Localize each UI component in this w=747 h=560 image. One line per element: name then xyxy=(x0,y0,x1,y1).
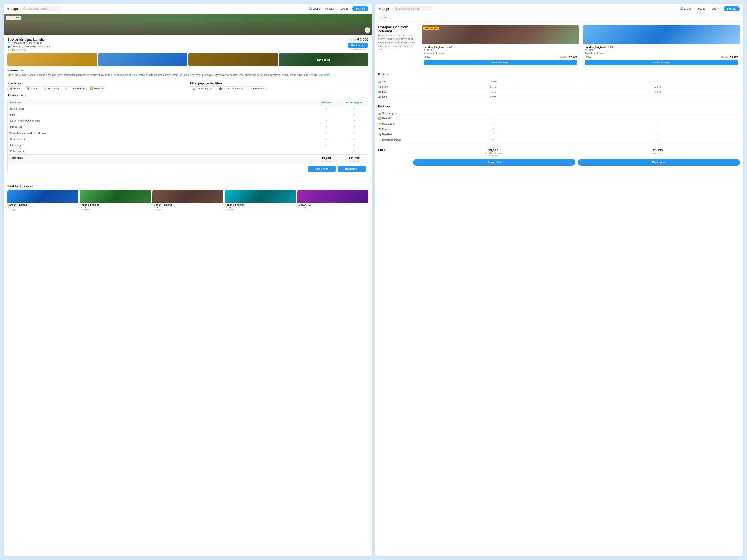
plat-price-footer: ₹11,499 *per person xyxy=(340,155,368,164)
right-back-btn[interactable]: ← Back xyxy=(378,16,390,20)
plan-section: All about trip Facilities Basic plan Pla… xyxy=(7,94,368,174)
comp-book-btn-2[interactable]: Book now! xyxy=(578,159,740,166)
row-label: Hand sanitizer xyxy=(8,136,312,142)
heart-icon: ♡ xyxy=(366,29,368,32)
logo-dot xyxy=(7,8,9,9)
dest-info-2: Landon, England ★ 3.6 JK flights xyxy=(80,203,151,212)
comp-hotel-name-1: Landon, England ★ 4.9 xyxy=(424,46,577,49)
plat-check: ✓ xyxy=(340,130,368,136)
fac-row: 🍳 Breakfast ✓ ✓ xyxy=(378,132,740,137)
comp-view-btn-1[interactable]: View Bookings xyxy=(424,60,577,65)
comp-hotel-meta-2: 4 members 2 rooms xyxy=(585,52,738,54)
price-label: Price xyxy=(378,149,411,152)
right-lang[interactable]: 🌐 English xyxy=(680,7,692,10)
breakfast-label: 🍳 Breakfast xyxy=(378,133,411,136)
fun-facts-title: Fun facts xyxy=(7,81,186,85)
right-logo: Logo xyxy=(379,7,389,10)
hotel-info: Tower Bridge, Landon 📍 57 road, near lan… xyxy=(7,37,50,51)
basic-check: ✓ xyxy=(312,136,340,142)
hero-image: ← ← Back ♡ xyxy=(4,14,372,35)
basic-check: ✓ xyxy=(312,130,340,136)
comp-price-row-2: Prices ₹13,460 ₹8,299 xyxy=(585,55,738,58)
photo-1[interactable] xyxy=(7,53,97,66)
photo-3[interactable] xyxy=(188,53,278,66)
wifi-label: 📶 Free wifi xyxy=(378,117,411,120)
globe-icon: 🌐 xyxy=(309,7,312,10)
comp-view-btn-2[interactable]: View Bookings xyxy=(585,60,738,65)
fac-row: 📶 Free wifi ✓ xyxy=(378,116,740,121)
row-label: Free toiletries xyxy=(8,106,312,112)
left-panel: Logo 🔍 Search for landon 🌐 English Popul… xyxy=(4,4,372,556)
hotel-rating: ★ 4.9 (254 people) xyxy=(7,49,50,51)
favorite-btn[interactable]: ♡ xyxy=(365,27,370,33)
dest-card-4[interactable]: Landon, England ★ 4.5 JK flights xyxy=(225,190,296,212)
left-popular-link[interactable]: Popular xyxy=(324,7,336,10)
right-popular-link[interactable]: Popular xyxy=(695,7,707,10)
comp-price-section: Price ₹9,999 *Including all taxes *per p… xyxy=(378,146,740,166)
bus-val1: 4 time xyxy=(411,90,575,93)
left-login-btn[interactable]: Log in xyxy=(338,6,350,11)
hotel-header: Tower Bridge, Landon 📍 57 road, near lan… xyxy=(7,37,368,51)
basic-check: ✓ xyxy=(312,106,340,112)
total-label: Total price xyxy=(8,155,312,164)
right-login-btn[interactable]: Log in xyxy=(710,6,721,11)
table-row: Free toiletries ✓ ✓ xyxy=(8,106,368,112)
fac-row: 🏊 Swimming pool xyxy=(378,111,740,116)
photo-gallery: 12+ photos xyxy=(7,53,368,66)
photo-more[interactable]: 12+ photos xyxy=(279,53,368,66)
dest-card-3[interactable]: Landon, England ★ 2.9 JK flights xyxy=(152,190,224,212)
plat-check: ✓ xyxy=(340,142,368,148)
logo-dot-right xyxy=(379,8,381,9)
dest-card-2[interactable]: Landon, England ★ 3.6 JK flights xyxy=(80,190,151,212)
right-search-bar[interactable]: 🔍 Search for Landon xyxy=(391,6,434,11)
plan-book-row: Book now! Book now! xyxy=(8,164,368,174)
table-row: Kitchenware ✓ ✓ xyxy=(8,142,368,149)
basic-check: ✓ xyxy=(312,142,340,148)
table-row: 🚌 Bus 4 time 3 time xyxy=(378,89,740,95)
comp-hotel-flights-2: 4k flights xyxy=(585,49,738,51)
plat-book-btn[interactable]: Book now! xyxy=(338,166,366,172)
features-section: Fun facts 🌿 Garden 🍳 Kitchen 🐾 Pet frien… xyxy=(7,79,368,91)
ship-label: 🚢 Ship xyxy=(378,96,411,98)
dest-card-5[interactable]: Landon, E... JK flights xyxy=(298,190,368,212)
row-label: Kitchenware xyxy=(8,142,312,148)
left-signup-btn[interactable]: Sign up xyxy=(353,6,368,11)
row-label: Dining area xyxy=(8,124,312,130)
comp-book-btn-1[interactable]: Book now! xyxy=(413,159,575,166)
comp-hotel-card-1: Save upto 80% Landon, England ★ 4.9 JK f… xyxy=(421,25,579,67)
back-button[interactable]: ← ← Back xyxy=(6,16,21,20)
hero-buildings xyxy=(4,21,372,35)
left-logo: Logo xyxy=(7,7,18,10)
cab-label: 🚕 Cab xyxy=(378,80,411,83)
people-icon: 👥 xyxy=(7,45,10,48)
book-now-btn[interactable]: Book now! xyxy=(348,43,368,48)
dest-card-1[interactable]: Landon, England ★ 4.5 JK flights xyxy=(7,190,78,212)
plan-col2: Basic plan xyxy=(312,99,340,106)
comp-hotel-img-1: Save upto 80% xyxy=(422,25,579,44)
comp-price-grid: Price ₹9,999 *Including all taxes *per p… xyxy=(378,149,740,157)
ship-val2: -- xyxy=(575,96,740,98)
table-row: 🚢 Ship 1 time -- xyxy=(378,95,740,100)
comp-title: Comparision from selected xyxy=(378,25,418,33)
left-search-bar[interactable]: 🔍 Search for landon xyxy=(20,6,62,11)
dest-img-4 xyxy=(225,190,296,203)
right-signup-btn[interactable]: Sign up xyxy=(724,6,740,11)
back-arrow-icon: ← xyxy=(7,16,10,19)
flight-val2: 1 time xyxy=(575,85,740,88)
left-lang[interactable]: 🌐 English xyxy=(309,7,321,10)
read-more-link[interactable]: Read more! xyxy=(317,74,330,76)
save-badge: Save upto 80% xyxy=(423,27,439,30)
comp-price-row-1: Prices ₹13,460 ₹9,999 xyxy=(424,55,577,58)
tag-pet: 🐾 Pet friendly xyxy=(42,86,61,91)
basic-book-btn[interactable]: Book now! xyxy=(308,166,336,172)
price-old: ₹13,999 ₹9,999 xyxy=(348,37,368,42)
comp-top: Comparision from selected Bibendum sed a… xyxy=(378,25,740,67)
popular-fac-title: Most popular facilities xyxy=(190,81,368,85)
plan-header: Facilities Basic plan Platinum plan xyxy=(8,99,368,106)
comp-desc: Bibendum sed aliquam arcu mi id auctor. … xyxy=(378,34,415,51)
flight-label: ✈️ Flight xyxy=(378,85,411,88)
photo-2[interactable] xyxy=(98,53,188,66)
fac-pool: 🏊 1 swimming pool xyxy=(190,86,215,91)
toilet-check2: ✓ xyxy=(575,122,740,125)
dest-info-5: Landon, E... JK flights xyxy=(298,203,368,210)
